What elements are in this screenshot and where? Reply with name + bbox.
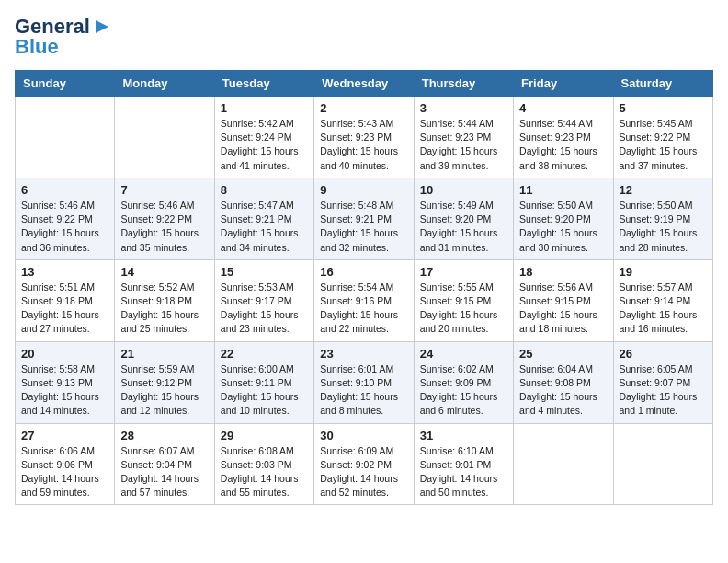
day-info: Sunrise: 5:55 AM Sunset: 9:15 PM Dayligh… bbox=[420, 281, 507, 337]
calendar-cell: 15Sunrise: 5:53 AM Sunset: 9:17 PM Dayli… bbox=[214, 259, 313, 341]
day-info: Sunrise: 6:01 AM Sunset: 9:10 PM Dayligh… bbox=[320, 362, 407, 419]
calendar-cell: 12Sunrise: 5:50 AM Sunset: 9:19 PM Dayli… bbox=[613, 178, 712, 259]
weekday-header: Monday bbox=[115, 71, 214, 97]
day-number: 22 bbox=[221, 347, 308, 361]
day-info: Sunrise: 6:04 AM Sunset: 9:08 PM Dayligh… bbox=[519, 362, 607, 419]
day-info: Sunrise: 6:07 AM Sunset: 9:04 PM Dayligh… bbox=[120, 444, 208, 500]
day-info: Sunrise: 6:02 AM Sunset: 9:09 PM Dayligh… bbox=[420, 362, 507, 419]
page-header: General Blue bbox=[15, 15, 713, 59]
calendar-cell: 22Sunrise: 6:00 AM Sunset: 9:11 PM Dayli… bbox=[214, 341, 313, 423]
day-number: 18 bbox=[519, 265, 607, 279]
day-info: Sunrise: 5:59 AM Sunset: 9:12 PM Dayligh… bbox=[120, 362, 208, 419]
calendar-cell: 20Sunrise: 5:58 AM Sunset: 9:13 PM Dayli… bbox=[16, 341, 115, 423]
calendar-week-row: 13Sunrise: 5:51 AM Sunset: 9:18 PM Dayli… bbox=[16, 259, 713, 341]
calendar-cell: 29Sunrise: 6:08 AM Sunset: 9:03 PM Dayli… bbox=[214, 423, 313, 505]
day-number: 4 bbox=[519, 101, 607, 115]
day-info: Sunrise: 5:49 AM Sunset: 9:20 PM Dayligh… bbox=[420, 199, 507, 255]
day-info: Sunrise: 5:52 AM Sunset: 9:18 PM Dayligh… bbox=[120, 281, 208, 337]
calendar-cell: 7Sunrise: 5:46 AM Sunset: 9:22 PM Daylig… bbox=[115, 178, 214, 259]
calendar-cell: 17Sunrise: 5:55 AM Sunset: 9:15 PM Dayli… bbox=[414, 259, 513, 341]
day-number: 29 bbox=[221, 429, 308, 442]
day-info: Sunrise: 6:05 AM Sunset: 9:07 PM Dayligh… bbox=[620, 362, 707, 419]
calendar-cell: 24Sunrise: 6:02 AM Sunset: 9:09 PM Dayli… bbox=[414, 341, 513, 423]
day-number: 30 bbox=[320, 429, 407, 442]
day-number: 2 bbox=[320, 101, 407, 115]
calendar-header: SundayMondayTuesdayWednesdayThursdayFrid… bbox=[16, 71, 713, 97]
calendar-cell bbox=[115, 97, 214, 178]
calendar-cell: 26Sunrise: 6:05 AM Sunset: 9:07 PM Dayli… bbox=[613, 341, 712, 423]
weekday-row: SundayMondayTuesdayWednesdayThursdayFrid… bbox=[16, 71, 713, 97]
day-number: 27 bbox=[21, 429, 108, 442]
day-number: 3 bbox=[420, 101, 507, 115]
calendar-cell: 4Sunrise: 5:44 AM Sunset: 9:23 PM Daylig… bbox=[514, 97, 613, 178]
weekday-header: Saturday bbox=[613, 71, 712, 97]
logo-arrow-icon bbox=[92, 17, 112, 37]
calendar-cell: 23Sunrise: 6:01 AM Sunset: 9:10 PM Dayli… bbox=[314, 341, 414, 423]
day-info: Sunrise: 5:47 AM Sunset: 9:21 PM Dayligh… bbox=[221, 199, 308, 255]
day-number: 16 bbox=[320, 265, 407, 279]
day-number: 26 bbox=[620, 347, 707, 361]
day-info: Sunrise: 5:58 AM Sunset: 9:13 PM Dayligh… bbox=[21, 362, 108, 419]
calendar-week-row: 27Sunrise: 6:06 AM Sunset: 9:06 PM Dayli… bbox=[16, 423, 713, 505]
day-info: Sunrise: 5:45 AM Sunset: 9:22 PM Dayligh… bbox=[620, 117, 707, 173]
day-info: Sunrise: 5:46 AM Sunset: 9:22 PM Dayligh… bbox=[21, 199, 108, 255]
day-info: Sunrise: 5:54 AM Sunset: 9:16 PM Dayligh… bbox=[320, 281, 407, 337]
calendar-cell: 16Sunrise: 5:54 AM Sunset: 9:16 PM Dayli… bbox=[314, 259, 414, 341]
day-number: 21 bbox=[120, 347, 208, 361]
day-number: 31 bbox=[420, 429, 507, 442]
day-number: 20 bbox=[21, 347, 108, 361]
calendar-cell bbox=[613, 423, 712, 505]
day-info: Sunrise: 5:51 AM Sunset: 9:18 PM Dayligh… bbox=[21, 281, 108, 337]
day-number: 8 bbox=[221, 183, 308, 197]
day-number: 19 bbox=[620, 265, 707, 279]
calendar-cell: 2Sunrise: 5:43 AM Sunset: 9:23 PM Daylig… bbox=[314, 97, 414, 178]
day-info: Sunrise: 5:50 AM Sunset: 9:19 PM Dayligh… bbox=[620, 199, 707, 255]
calendar-week-row: 20Sunrise: 5:58 AM Sunset: 9:13 PM Dayli… bbox=[16, 341, 713, 423]
day-info: Sunrise: 5:53 AM Sunset: 9:17 PM Dayligh… bbox=[221, 281, 308, 337]
weekday-header: Sunday bbox=[16, 71, 115, 97]
day-info: Sunrise: 6:00 AM Sunset: 9:11 PM Dayligh… bbox=[221, 362, 308, 419]
calendar-cell: 9Sunrise: 5:48 AM Sunset: 9:21 PM Daylig… bbox=[314, 178, 414, 259]
day-info: Sunrise: 5:46 AM Sunset: 9:22 PM Dayligh… bbox=[120, 199, 208, 255]
calendar-cell: 14Sunrise: 5:52 AM Sunset: 9:18 PM Dayli… bbox=[115, 259, 214, 341]
day-number: 14 bbox=[120, 265, 208, 279]
calendar-cell: 25Sunrise: 6:04 AM Sunset: 9:08 PM Dayli… bbox=[514, 341, 613, 423]
day-number: 5 bbox=[620, 101, 707, 115]
day-number: 24 bbox=[420, 347, 507, 361]
calendar-week-row: 1Sunrise: 5:42 AM Sunset: 9:24 PM Daylig… bbox=[16, 97, 713, 178]
calendar-cell: 11Sunrise: 5:50 AM Sunset: 9:20 PM Dayli… bbox=[514, 178, 613, 259]
calendar-cell: 3Sunrise: 5:44 AM Sunset: 9:23 PM Daylig… bbox=[414, 97, 513, 178]
calendar-cell: 28Sunrise: 6:07 AM Sunset: 9:04 PM Dayli… bbox=[115, 423, 214, 505]
day-number: 9 bbox=[320, 183, 407, 197]
day-number: 12 bbox=[620, 183, 707, 197]
day-info: Sunrise: 6:08 AM Sunset: 9:03 PM Dayligh… bbox=[221, 444, 308, 500]
day-number: 6 bbox=[21, 183, 108, 197]
svg-marker-0 bbox=[96, 20, 108, 33]
day-number: 25 bbox=[519, 347, 607, 361]
day-number: 23 bbox=[320, 347, 407, 361]
calendar-cell: 27Sunrise: 6:06 AM Sunset: 9:06 PM Dayli… bbox=[16, 423, 115, 505]
calendar-cell: 8Sunrise: 5:47 AM Sunset: 9:21 PM Daylig… bbox=[214, 178, 313, 259]
day-number: 28 bbox=[120, 429, 208, 442]
calendar-cell bbox=[16, 97, 115, 178]
day-number: 17 bbox=[420, 265, 507, 279]
day-info: Sunrise: 6:09 AM Sunset: 9:02 PM Dayligh… bbox=[320, 444, 407, 500]
weekday-header: Friday bbox=[514, 71, 613, 97]
day-number: 7 bbox=[120, 183, 208, 197]
calendar-week-row: 6Sunrise: 5:46 AM Sunset: 9:22 PM Daylig… bbox=[16, 178, 713, 259]
day-info: Sunrise: 5:57 AM Sunset: 9:14 PM Dayligh… bbox=[620, 281, 707, 337]
calendar-cell: 30Sunrise: 6:09 AM Sunset: 9:02 PM Dayli… bbox=[314, 423, 414, 505]
day-info: Sunrise: 5:50 AM Sunset: 9:20 PM Dayligh… bbox=[519, 199, 607, 255]
calendar-cell: 19Sunrise: 5:57 AM Sunset: 9:14 PM Dayli… bbox=[613, 259, 712, 341]
calendar-cell: 10Sunrise: 5:49 AM Sunset: 9:20 PM Dayli… bbox=[414, 178, 513, 259]
day-info: Sunrise: 6:06 AM Sunset: 9:06 PM Dayligh… bbox=[21, 444, 108, 500]
calendar-cell: 1Sunrise: 5:42 AM Sunset: 9:24 PM Daylig… bbox=[214, 97, 313, 178]
day-number: 10 bbox=[420, 183, 507, 197]
logo-blue: Blue bbox=[15, 35, 59, 59]
day-info: Sunrise: 5:44 AM Sunset: 9:23 PM Dayligh… bbox=[519, 117, 607, 173]
logo: General Blue bbox=[15, 15, 112, 59]
day-number: 1 bbox=[221, 101, 308, 115]
weekday-header: Tuesday bbox=[214, 71, 313, 97]
day-info: Sunrise: 5:42 AM Sunset: 9:24 PM Dayligh… bbox=[221, 117, 308, 173]
calendar-cell: 5Sunrise: 5:45 AM Sunset: 9:22 PM Daylig… bbox=[613, 97, 712, 178]
